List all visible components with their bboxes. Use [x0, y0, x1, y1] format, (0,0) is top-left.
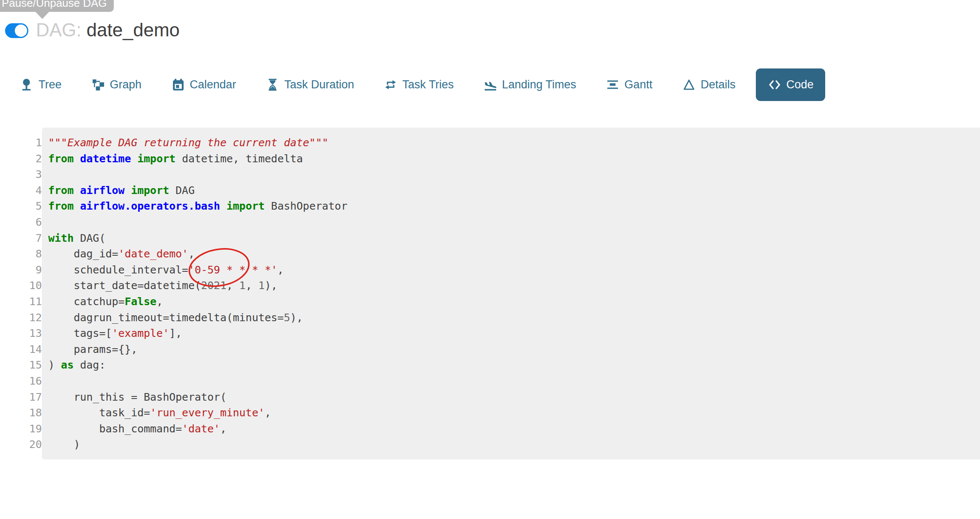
code-line: """Example DAG returning the current dat… [48, 135, 976, 151]
airflow-dag-code-page: Pause/Unpause DAG DAG:date_demo TreeGrap… [0, 0, 980, 519]
gantt-icon [606, 78, 620, 92]
tab-label: Landing Times [502, 78, 576, 91]
code-line: schedule_interval='0-59 * * * *', [48, 262, 976, 278]
hourglass-icon [266, 78, 280, 92]
tooltip-text: Pause/Unpause DAG [2, 0, 107, 10]
tab-label: Details [700, 78, 736, 91]
tab-calendar[interactable]: Calendar [171, 78, 236, 92]
code-line [48, 373, 976, 389]
code-line: dag_id='date_demo', [48, 246, 976, 262]
line-number: 9 [0, 262, 42, 278]
line-number: 10 [0, 278, 42, 294]
tab-tree[interactable]: Tree [20, 78, 62, 92]
line-number: 1 [0, 135, 42, 151]
code-line: bash_command='date', [48, 421, 976, 437]
tab-label: Task Tries [402, 78, 454, 91]
tree-icon [20, 78, 34, 92]
code-line: run_this = BashOperator( [48, 389, 976, 405]
tab-gantt[interactable]: Gantt [606, 78, 652, 92]
repeat-icon [384, 78, 398, 92]
code-line: from datetime import datetime, timedelta [48, 151, 976, 167]
line-number: 8 [0, 246, 42, 262]
tab-code[interactable]: Code [756, 68, 826, 101]
line-number: 7 [0, 230, 42, 246]
line-number: 17 [0, 389, 42, 405]
line-number: 11 [0, 294, 42, 310]
line-number: 16 [0, 373, 42, 389]
toggle-knob [15, 25, 27, 37]
sitemap-icon [91, 78, 105, 92]
line-number: 5 [0, 198, 42, 214]
code-line: ) [48, 437, 976, 453]
code-line: tags=['example'], [48, 325, 976, 341]
line-number: 15 [0, 357, 42, 373]
code-line: from airflow import DAG [48, 183, 976, 199]
page-title: DAG:date_demo [36, 20, 180, 40]
tab-label: Graph [110, 78, 142, 91]
plane-landing-icon [483, 78, 497, 92]
dag-name: date_demo [87, 19, 180, 40]
tab-label: Task Duration [284, 78, 354, 91]
code-line: task_id='run_every_minute', [48, 405, 976, 421]
tab-details[interactable]: Details [682, 78, 736, 92]
line-number: 2 [0, 151, 42, 167]
line-number: 19 [0, 421, 42, 437]
line-number: 13 [0, 325, 42, 341]
code-block: 1234567891011121314151617181920 """Examp… [0, 128, 980, 459]
tab-task-tries[interactable]: Task Tries [384, 78, 454, 92]
line-number: 4 [0, 183, 42, 199]
tab-label: Gantt [624, 78, 652, 91]
dag-label: DAG: [36, 19, 82, 40]
tab-label: Calendar [190, 78, 236, 91]
code-line: from airflow.operators.bash import BashO… [48, 198, 976, 214]
line-number: 12 [0, 310, 42, 326]
tab-task-duration[interactable]: Task Duration [266, 78, 354, 92]
code-lines: """Example DAG returning the current dat… [42, 128, 980, 459]
view-tabs: TreeGraphCalendarTask DurationTask Tries… [0, 68, 980, 101]
line-number: 20 [0, 437, 42, 453]
code-line: ) as dag: [48, 357, 976, 373]
code-line: catchup=False, [48, 294, 976, 310]
tooltip-arrow [36, 12, 49, 19]
code-line: params={}, [48, 341, 976, 358]
tab-graph[interactable]: Graph [91, 78, 142, 92]
triangle-icon [682, 78, 696, 92]
code-line [48, 167, 976, 183]
tab-label: Code [786, 78, 814, 91]
line-number: 3 [0, 167, 42, 183]
pause-toggle-tooltip: Pause/Unpause DAG [0, 0, 114, 12]
code-line: dagrun_timeout=timedelta(minutes=5), [48, 310, 976, 326]
line-numbers: 1234567891011121314151617181920 [0, 128, 42, 453]
line-number: 14 [0, 341, 42, 358]
pause-unpause-toggle[interactable] [5, 23, 28, 38]
code-line: start_date=datetime(2021, 1, 1), [48, 278, 976, 294]
line-number: 6 [0, 214, 42, 230]
line-number: 18 [0, 405, 42, 421]
code-icon [768, 78, 782, 92]
tab-label: Tree [38, 78, 62, 91]
code-line [48, 214, 976, 230]
tab-landing-times[interactable]: Landing Times [483, 78, 576, 92]
code-line: with DAG( [48, 230, 976, 246]
calendar-icon [171, 78, 185, 92]
